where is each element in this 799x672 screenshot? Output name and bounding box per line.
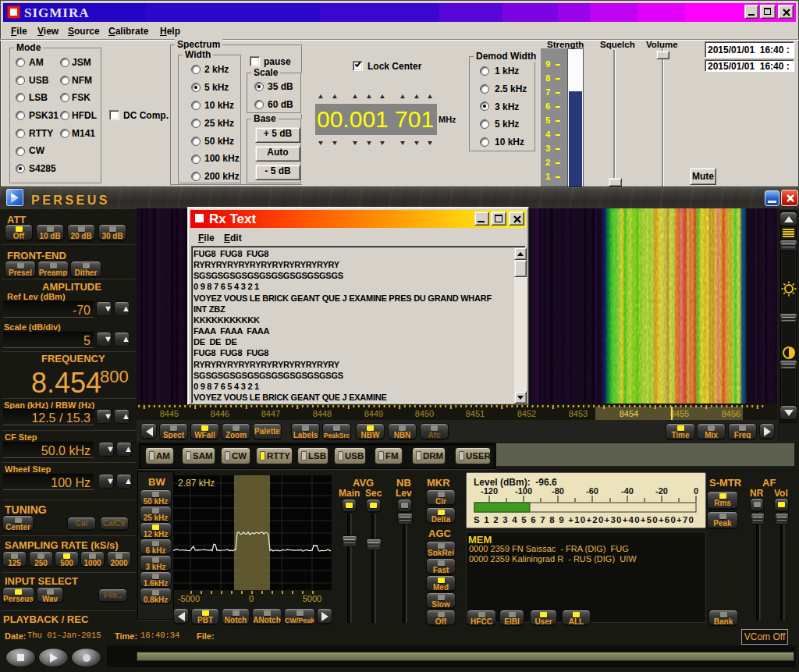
svg-text:8454: 8454 <box>620 409 638 418</box>
svg-text:8448: 8448 <box>313 409 332 418</box>
svg-text:0: 0 <box>249 594 254 603</box>
svg-text:8445: 8445 <box>160 409 179 418</box>
svg-text:8453: 8453 <box>569 409 588 418</box>
svg-text:-120: -120 <box>481 486 498 496</box>
svg-text:8451: 8451 <box>466 409 485 418</box>
svg-text:-20: -20 <box>655 486 668 496</box>
svg-text:-60: -60 <box>586 486 598 496</box>
svg-text:0: 0 <box>694 486 698 496</box>
svg-text:5000: 5000 <box>303 594 321 603</box>
svg-text:-40: -40 <box>621 486 634 496</box>
svg-text:8446: 8446 <box>211 409 229 418</box>
svg-text:-80: -80 <box>552 486 564 496</box>
svg-text:8452: 8452 <box>517 409 536 418</box>
svg-text:-100: -100 <box>515 486 532 496</box>
svg-text:8450: 8450 <box>415 409 434 418</box>
svg-text:S 1 2 3 4 5 6 7 8 9 +10+20+30+: S 1 2 3 4 5 6 7 8 9 +10+20+30+40+50+60+7… <box>474 515 694 524</box>
svg-text:-5000: -5000 <box>178 594 200 603</box>
svg-text:8455: 8455 <box>670 409 689 418</box>
svg-text:8447: 8447 <box>261 409 280 418</box>
svg-text:8449: 8449 <box>364 409 383 418</box>
svg-text:8456: 8456 <box>722 409 740 418</box>
